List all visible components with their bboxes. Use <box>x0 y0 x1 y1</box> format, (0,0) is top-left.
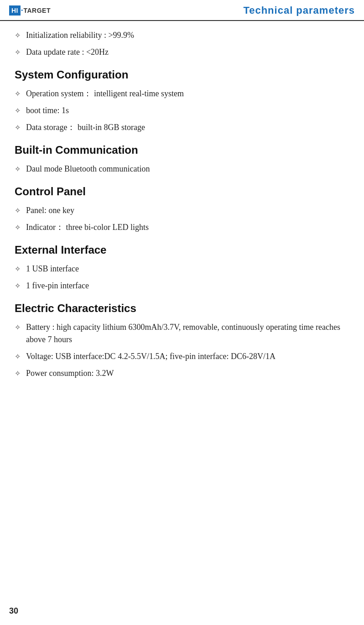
list-item: ✧Voltage: USB interface:DC 4.2-5.5V/1.5A… <box>15 350 349 363</box>
diamond-icon: ✧ <box>15 205 21 216</box>
bullet-text: Operation system： intelligent real-time … <box>26 88 349 100</box>
list-item: ✧ Initialization reliability : >99.9% <box>15 29 349 42</box>
diamond-icon: ✧ <box>15 322 21 333</box>
diamond-icon: ✧ <box>15 47 21 58</box>
logo-hi: HI <box>9 5 21 16</box>
sections-container: System Configuration✧Operation system： i… <box>15 68 349 380</box>
bullet-text: 1 five-pin interface <box>26 280 349 292</box>
page-number: 30 <box>9 606 18 616</box>
list-item: ✧1 USB interface <box>15 263 349 275</box>
content-area: ✧ Initialization reliability : >99.9% ✧ … <box>0 21 364 402</box>
bullet-text: Indicator： three bi-color LED lights <box>26 221 349 234</box>
bullet-text: Data storage： built-in 8GB storage <box>26 121 349 134</box>
list-item: ✧Battery : high capacity lithium 6300mAh… <box>15 321 349 346</box>
logo: HI·TARGET <box>9 5 51 16</box>
bullet-text: boot time: 1s <box>26 104 349 117</box>
diamond-icon: ✧ <box>15 30 21 41</box>
list-item: ✧Operation system： intelligent real-time… <box>15 88 349 100</box>
list-item: ✧Indicator： three bi-color LED lights <box>15 221 349 234</box>
bullet-text: Initialization reliability : >99.9% <box>26 29 349 42</box>
bullet-text: Daul mode Bluetooth communication <box>26 163 349 175</box>
section-heading-0: System Configuration <box>15 68 349 81</box>
diamond-icon: ✧ <box>15 89 21 99</box>
diamond-icon: ✧ <box>15 222 21 233</box>
bullet-text: 1 USB interface <box>26 263 349 275</box>
bullet-text: Power consumption: 3.2W <box>26 367 349 380</box>
bullet-text: Voltage: USB interface:DC 4.2-5.5V/1.5A;… <box>26 350 349 363</box>
diamond-icon: ✧ <box>15 264 21 275</box>
list-item: ✧Power consumption: 3.2W <box>15 367 349 380</box>
diamond-icon: ✧ <box>15 281 21 292</box>
list-item: ✧Data storage： built-in 8GB storage <box>15 121 349 134</box>
bullet-text: Panel: one key <box>26 204 349 217</box>
bullet-text: Data update rate : <20Hz <box>26 46 349 58</box>
diamond-icon: ✧ <box>15 105 21 116</box>
diamond-icon: ✧ <box>15 368 21 379</box>
page-title: Technical parameters <box>243 5 355 16</box>
list-item: ✧1 five-pin interface <box>15 280 349 292</box>
section-heading-1: Built-in Communication <box>15 144 349 156</box>
page-container: HI·TARGET Technical parameters ✧ Initial… <box>0 0 364 625</box>
header: HI·TARGET Technical parameters <box>0 0 364 21</box>
diamond-icon: ✧ <box>15 164 21 175</box>
section-heading-3: External Interface <box>15 244 349 256</box>
top-bullets: ✧ Initialization reliability : >99.9% ✧ … <box>15 29 349 58</box>
logo-dot: · <box>21 6 23 16</box>
diamond-icon: ✧ <box>15 351 21 362</box>
logo-target: TARGET <box>24 7 51 14</box>
list-item: ✧Daul mode Bluetooth communication <box>15 163 349 175</box>
list-item: ✧ Data update rate : <20Hz <box>15 46 349 58</box>
bullet-text: Battery : high capacity lithium 6300mAh/… <box>26 321 349 346</box>
list-item: ✧Panel: one key <box>15 204 349 217</box>
diamond-icon: ✧ <box>15 122 21 133</box>
section-heading-2: Control Panel <box>15 185 349 198</box>
section-heading-4: Electric Characteristics <box>15 302 349 315</box>
list-item: ✧boot time: 1s <box>15 104 349 117</box>
